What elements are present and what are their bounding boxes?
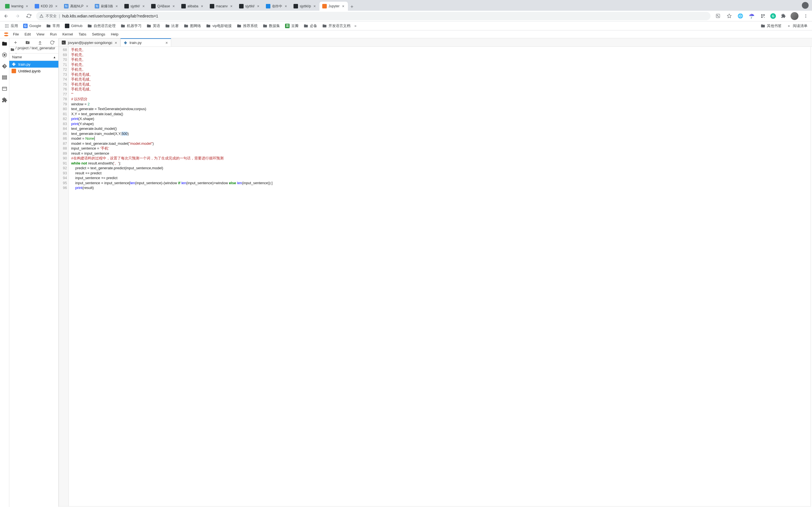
bookmark-item[interactable]: 其他书签 xyxy=(758,22,784,30)
git-icon[interactable] xyxy=(1,63,8,69)
code-line[interactable]: X,Y = text_generate.load_data() xyxy=(71,112,272,117)
star-icon[interactable] xyxy=(725,12,733,20)
new-folder-button[interactable] xyxy=(25,40,31,45)
bookmark-item[interactable]: vip电影链接 xyxy=(204,22,234,30)
browser-tab[interactable]: sjyttkl/× xyxy=(121,2,148,11)
extensions-icon[interactable] xyxy=(779,12,787,20)
browser-tab[interactable]: Jupyter× xyxy=(319,2,348,11)
code-line[interactable]: window = 2 xyxy=(71,102,272,107)
browser-tab[interactable]: learning× xyxy=(2,2,32,11)
bookmark-item[interactable]: 比赛 xyxy=(163,22,181,30)
code-line[interactable]: text_generate = TextGenerate(window,corp… xyxy=(71,107,272,112)
bookmark-item[interactable]: 开发语言文档 xyxy=(320,22,353,30)
close-icon[interactable]: × xyxy=(200,4,204,8)
close-icon[interactable]: × xyxy=(313,4,317,8)
bookmark-item[interactable]: 机器学习 xyxy=(118,22,144,30)
menu-kernel[interactable]: Kernel xyxy=(59,31,76,38)
close-icon[interactable]: × xyxy=(230,4,234,8)
code-line[interactable]: print(Y.shape) xyxy=(71,121,272,126)
browser-tab[interactable]: QABase× xyxy=(148,2,179,11)
menu-icon[interactable] xyxy=(802,12,810,20)
code-line[interactable]: 手机壳。 xyxy=(71,67,272,72)
menu-run[interactable]: Run xyxy=(47,31,59,38)
browser-tab[interactable]: KDD 20× xyxy=(32,2,61,11)
close-icon[interactable]: × xyxy=(115,40,117,45)
close-icon[interactable]: × xyxy=(142,4,146,8)
browser-tab[interactable]: 知刷爆3路× xyxy=(92,2,121,11)
close-icon[interactable]: × xyxy=(172,4,175,8)
back-button[interactable] xyxy=(2,12,10,20)
running-icon[interactable] xyxy=(1,52,8,58)
code-line[interactable]: while not result.endswith('。'): xyxy=(71,161,272,166)
code-line[interactable]: result = input_sentence xyxy=(71,151,272,156)
code-line[interactable]: result += predict xyxy=(71,171,272,176)
new-tab-button[interactable]: + xyxy=(348,3,356,11)
code-line[interactable]: # 以5切分 xyxy=(71,97,272,102)
code-line[interactable]: print(result) xyxy=(71,185,272,190)
close-icon[interactable]: × xyxy=(25,4,29,8)
bookmark-item[interactable]: 常用 xyxy=(44,22,62,30)
close-icon[interactable]: × xyxy=(85,4,89,8)
code-line[interactable]: ''' xyxy=(71,92,272,97)
refresh-button[interactable] xyxy=(49,40,55,45)
code-line[interactable]: input_sentence = '手机' xyxy=(71,146,272,151)
bookmark-item[interactable]: 图网络 xyxy=(182,22,203,30)
browser-tab[interactable]: macanv× xyxy=(207,2,236,11)
bookmarks-overflow[interactable]: » xyxy=(353,22,357,29)
close-icon[interactable]: × xyxy=(341,4,345,8)
close-icon[interactable]: × xyxy=(284,4,288,8)
menu-edit[interactable]: Edit xyxy=(22,31,34,38)
reload-button[interactable] xyxy=(25,12,33,20)
breadcrumb[interactable]: / project / text_generator . xyxy=(9,47,58,54)
close-icon[interactable]: × xyxy=(256,4,260,8)
code-line[interactable]: 手机壳。 xyxy=(71,57,272,62)
translate-icon[interactable] xyxy=(714,12,722,20)
code-line[interactable]: 手机壳。 xyxy=(71,47,272,52)
menu-settings[interactable]: Settings xyxy=(89,31,108,38)
editor-tab[interactable]: >_jovyan@jupyter-songdongc× xyxy=(59,38,120,47)
forward-button[interactable] xyxy=(13,12,21,20)
code-line[interactable]: 手机壳。 xyxy=(71,52,272,57)
close-icon[interactable]: × xyxy=(115,4,119,8)
bookmark-item[interactable]: ≡阅读清单 xyxy=(784,22,810,30)
commands-icon[interactable] xyxy=(1,74,8,80)
file-row[interactable]: Untitled.ipynb xyxy=(9,68,58,74)
code-editor[interactable]: 6869707172737475767778798081828384858687… xyxy=(59,47,811,506)
address-bar[interactable]: 不安全 | hub.k8s.wdian.net/user/songdongdon… xyxy=(36,12,711,20)
ext-grammarly-icon[interactable]: G xyxy=(770,13,776,19)
browser-tab[interactable]: sjyttkl/× xyxy=(236,2,263,11)
close-icon[interactable]: × xyxy=(165,40,168,45)
browser-tab[interactable]: sjyttkl/p× xyxy=(291,2,319,11)
upload-button[interactable] xyxy=(37,40,43,45)
file-row[interactable]: train.py xyxy=(9,61,58,68)
bookmark-item[interactable]: 自然语言处理 xyxy=(85,22,118,30)
editor-tab[interactable]: train.py× xyxy=(120,38,171,47)
bookmark-item[interactable]: 推荐系统 xyxy=(235,22,260,30)
code-line[interactable]: text_generate.build_model() xyxy=(71,126,272,131)
ext-qr-icon[interactable] xyxy=(759,12,767,20)
code-line[interactable]: model = text_generate.load_model("model.… xyxy=(71,141,272,146)
code-line[interactable]: #在构建语料的过程中，设置了每次只预测一个词，为了生成完成的一句话，需要进行循环… xyxy=(71,156,272,161)
menu-help[interactable]: Help xyxy=(108,31,121,38)
menu-tabs[interactable]: Tabs xyxy=(76,31,89,38)
browser-tab[interactable]: alibaba× xyxy=(179,2,207,11)
close-icon[interactable]: × xyxy=(54,4,58,8)
file-browser-icon[interactable] xyxy=(1,41,8,47)
bookmark-item[interactable]: 豆豆瓣 xyxy=(283,22,301,30)
browser-tab[interactable]: 创作中× xyxy=(263,2,291,11)
code-line[interactable]: predict = text_generate.predict(input_se… xyxy=(71,166,272,171)
new-launcher-button[interactable] xyxy=(13,40,18,45)
extension-manager-icon[interactable] xyxy=(1,97,8,103)
bookmark-item[interactable]: 数据集 xyxy=(260,22,282,30)
code-line[interactable]: text_generate.train_model(X,Y,500) xyxy=(71,131,272,136)
tabs-icon[interactable] xyxy=(1,86,8,92)
code-line[interactable]: 手机壳毛绒。 xyxy=(71,87,272,92)
bookmark-item[interactable]: GGoogle xyxy=(21,22,43,29)
code-line[interactable]: 手机壳毛绒。 xyxy=(71,77,272,82)
profile-avatar[interactable] xyxy=(791,12,799,20)
ext-globe-icon[interactable]: 🌐 xyxy=(737,12,744,20)
menu-file[interactable]: File xyxy=(10,31,22,38)
browser-tab[interactable]: 知高能NLP× xyxy=(61,2,92,11)
ext-umbrella-icon[interactable]: ☂️ xyxy=(748,12,756,20)
bookmark-item[interactable]: GitHub xyxy=(63,22,85,29)
